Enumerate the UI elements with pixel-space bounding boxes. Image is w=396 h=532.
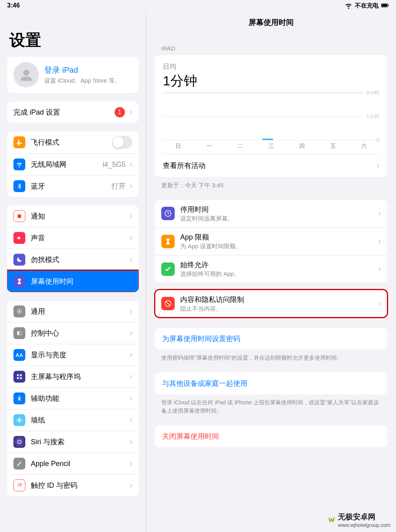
signin-subtitle: 设置 iCloud、App Store 等。: [44, 77, 121, 85]
chevron-right-icon: ›: [378, 264, 381, 274]
chevron-right-icon: ›: [130, 415, 132, 425]
svg-point-16: [17, 419, 19, 421]
chevron-right-icon: ›: [130, 107, 132, 117]
svg-point-12: [19, 419, 21, 421]
sounds-icon: [13, 232, 25, 244]
svg-rect-10: [20, 377, 22, 379]
updated-label: 更新于：今天 下午 3:45: [161, 182, 387, 189]
no-entry-icon: [161, 297, 175, 310]
wifi-settings-icon: [13, 158, 25, 170]
sliders-icon: [13, 327, 25, 339]
chevron-right-icon: ›: [130, 255, 132, 265]
accessibility-row[interactable]: 辅助功能 ›: [7, 387, 139, 409]
daily-average: 1分钟: [163, 72, 379, 90]
device-label: IPAD: [161, 45, 387, 52]
bluetooth-icon: [13, 180, 25, 192]
downtime-row[interactable]: 停用时间设定时间远离屏幕。 ›: [155, 200, 387, 227]
chevron-right-icon: ›: [130, 350, 132, 360]
chevron-right-icon: ›: [130, 458, 132, 469]
content-restrictions-row[interactable]: 内容和隐私访问限制阻止不当内容。 ›: [155, 290, 387, 317]
finish-setup-row[interactable]: 完成 iPad 设置 1 ›: [7, 102, 139, 123]
svg-point-11: [19, 396, 20, 397]
status-time: 3:46: [7, 2, 20, 9]
chevron-right-icon: ›: [130, 306, 132, 317]
svg-rect-6: [20, 331, 22, 336]
sounds-row[interactable]: 声音 ›: [7, 227, 139, 249]
chevron-right-icon: ›: [130, 437, 132, 447]
chart-day-labels: 日 一 二 三 四 五 六: [163, 140, 379, 154]
moon-icon: [13, 254, 25, 266]
see-all-activity[interactable]: 查看所有活动 ›: [163, 154, 379, 177]
wifi-row[interactable]: 无线局域网 i4_5G5 ›: [7, 153, 139, 175]
fingerprint-icon: [13, 479, 25, 491]
svg-rect-1: [381, 4, 387, 7]
siri-row[interactable]: Siri 与搜索 ›: [7, 431, 139, 453]
accessibility-icon: [13, 392, 25, 404]
svg-rect-5: [17, 331, 19, 336]
turn-off-link[interactable]: 关闭屏幕使用时间: [155, 425, 387, 447]
svg-point-14: [20, 419, 22, 421]
chevron-right-icon: ›: [378, 208, 381, 219]
watermark: 无极安卓网 www.wjhotelgroup.com: [328, 512, 390, 528]
svg-rect-7: [17, 374, 19, 376]
general-row[interactable]: 通用 ›: [7, 301, 139, 322]
chevron-right-icon: ›: [130, 233, 132, 243]
chevron-right-icon: ›: [378, 298, 381, 309]
svg-point-17: [18, 440, 21, 444]
flower-icon: [13, 414, 25, 426]
hourglass-icon: [13, 275, 25, 287]
status-bar: 3:46 不在充电: [0, 0, 396, 11]
notifications-row[interactable]: 通知 ›: [7, 206, 139, 227]
svg-point-21: [334, 517, 335, 519]
airplane-toggle[interactable]: [112, 136, 132, 149]
svg-rect-2: [388, 5, 389, 6]
signin-row[interactable]: 登录 iPad 设置 iCloud、App Store 等。: [7, 57, 139, 93]
clock-icon: [161, 207, 175, 220]
pencil-row[interactable]: Apple Pencil ›: [7, 453, 139, 474]
app-limits-row[interactable]: App 限额为 App 设置时间限额。 ›: [155, 227, 387, 255]
airplane-row[interactable]: 飞行模式: [7, 131, 139, 153]
wallpaper-row[interactable]: 墙纸 ›: [7, 409, 139, 431]
notifications-icon: [13, 210, 25, 222]
svg-point-13: [19, 417, 21, 419]
svg-point-15: [19, 421, 21, 423]
bluetooth-row[interactable]: 蓝牙 打开 ›: [7, 175, 139, 197]
battery-icon: [381, 2, 389, 9]
watermark-logo-icon: [328, 516, 336, 524]
svg-line-20: [166, 302, 170, 306]
chevron-right-icon: ›: [130, 328, 132, 338]
pencil-icon: [13, 458, 25, 470]
chevron-right-icon: ›: [377, 160, 379, 171]
status-charge: 不在充电: [355, 2, 379, 9]
chevron-right-icon: ›: [130, 181, 132, 191]
avatar-icon: [13, 62, 39, 87]
screentime-row[interactable]: 屏幕使用时间: [7, 270, 139, 292]
display-row[interactable]: AA 显示与亮度 ›: [7, 344, 139, 366]
gear-icon: [13, 306, 25, 317]
signin-title: 登录 iPad: [44, 65, 121, 75]
dnd-row[interactable]: 勿扰模式 ›: [7, 249, 139, 270]
always-allowed-row[interactable]: 始终允许选择始终可用的 App。 ›: [155, 255, 387, 283]
chevron-right-icon: ›: [130, 393, 132, 404]
svg-rect-9: [17, 377, 19, 379]
chevron-right-icon: ›: [130, 211, 132, 221]
svg-rect-8: [20, 374, 22, 376]
touchid-row[interactable]: 触控 ID 与密码 ›: [7, 474, 139, 496]
siri-icon: [13, 436, 25, 448]
passcode-note: 使用密码保障"屏幕使用时间"的设置，并在达到限额时允许更多使用时间。: [161, 354, 381, 362]
detail-title: 屏幕使用时间: [146, 11, 396, 36]
app-grid-icon: [13, 371, 25, 383]
share-devices-link[interactable]: 与其他设备或家庭一起使用: [155, 372, 387, 394]
control-center-row[interactable]: 控制中心 ›: [7, 322, 139, 344]
svg-rect-3: [18, 215, 21, 218]
svg-point-4: [19, 311, 21, 313]
chevron-right-icon: ›: [130, 372, 132, 382]
settings-sidebar: 设置 登录 iPad 设置 iCloud、App Store 等。 完成 iPa…: [0, 11, 146, 532]
wifi-icon: [345, 2, 353, 9]
airplane-icon: [13, 136, 25, 148]
usage-summary-card: 日均 1分钟 2小时 1小时 0 日 一 二 三 四 五 六: [155, 55, 387, 177]
badge: 1: [115, 107, 125, 117]
share-note: 登录 iCloud 以在任何 iPad 或 iPhone 上报告屏幕使用时间，或…: [161, 398, 381, 415]
set-passcode-link[interactable]: 为屏幕使用时间设置密码: [155, 328, 387, 350]
home-screen-row[interactable]: 主屏幕与程序坞 ›: [7, 366, 139, 387]
